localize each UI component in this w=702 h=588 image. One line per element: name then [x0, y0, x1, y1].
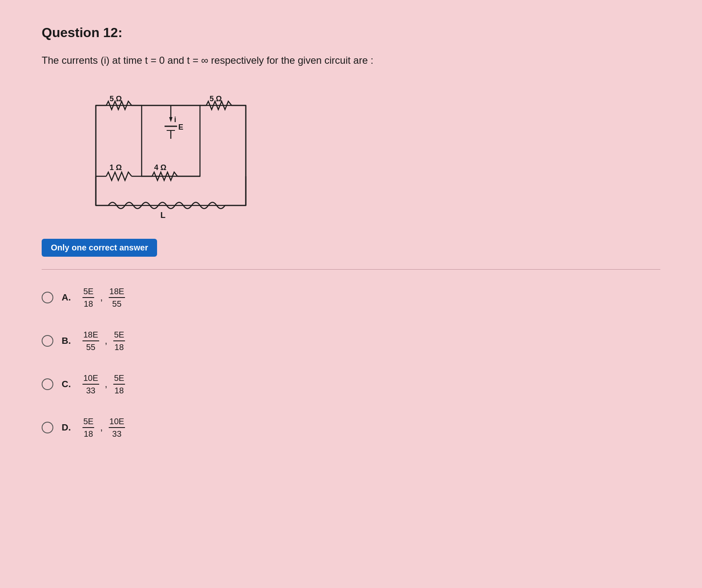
option-a-value: 5E 18 , 18E 55: [82, 286, 125, 309]
option-d-label: D.: [62, 422, 71, 433]
circuit-diagram: 5 Ω 5 Ω i E 1 Ω: [83, 80, 660, 222]
svg-text:5 Ω: 5 Ω: [210, 95, 222, 103]
option-a-frac2: 18E 55: [109, 286, 125, 309]
option-a-comma: ,: [100, 292, 102, 303]
radio-d[interactable]: [42, 422, 53, 433]
option-c-value: 10E 33 , 5E 18: [82, 373, 125, 395]
option-c-frac1: 10E 33: [82, 373, 99, 395]
svg-marker-10: [169, 117, 172, 122]
svg-text:4 Ω: 4 Ω: [154, 163, 166, 172]
svg-text:i: i: [174, 115, 176, 124]
option-b-frac1: 18E 55: [82, 330, 99, 352]
option-c-comma: ,: [105, 379, 107, 390]
circuit-svg: 5 Ω 5 Ω i E 1 Ω: [83, 80, 258, 222]
option-a: A. 5E 18 , 18E 55: [42, 286, 660, 309]
option-b-frac2: 5E 18: [113, 330, 125, 352]
option-a-label: A.: [62, 292, 71, 303]
radio-b[interactable]: [42, 335, 53, 347]
svg-text:L: L: [160, 210, 165, 220]
option-d: D. 5E 18 , 10E 33: [42, 416, 660, 439]
option-d-value: 5E 18 , 10E 33: [82, 416, 125, 439]
svg-text:E: E: [178, 123, 183, 131]
option-b: B. 18E 55 , 5E 18: [42, 330, 660, 352]
svg-text:1 Ω: 1 Ω: [110, 163, 122, 172]
option-d-comma: ,: [100, 422, 102, 433]
option-b-comma: ,: [105, 335, 107, 346]
option-b-label: B.: [62, 335, 71, 346]
option-c: C. 10E 33 , 5E 18: [42, 373, 660, 395]
radio-c[interactable]: [42, 378, 53, 390]
option-a-frac1: 5E 18: [82, 286, 94, 309]
question-title: Question 12:: [42, 25, 660, 40]
option-c-label: C.: [62, 379, 71, 390]
options-list: A. 5E 18 , 18E 55 B. 18E 55: [42, 286, 660, 439]
option-d-frac1: 5E 18: [82, 416, 94, 439]
option-d-frac2: 10E 33: [109, 416, 125, 439]
question-text: The currents (i) at time t = 0 and t = ∞…: [42, 53, 660, 68]
option-b-value: 18E 55 , 5E 18: [82, 330, 125, 352]
page-container: Question 12: The currents (i) at time t …: [0, 0, 702, 588]
only-one-badge: Only one correct answer: [42, 239, 157, 257]
svg-text:5 Ω: 5 Ω: [110, 95, 122, 103]
radio-a[interactable]: [42, 292, 53, 303]
option-c-frac2: 5E 18: [113, 373, 125, 395]
divider: [42, 269, 660, 270]
